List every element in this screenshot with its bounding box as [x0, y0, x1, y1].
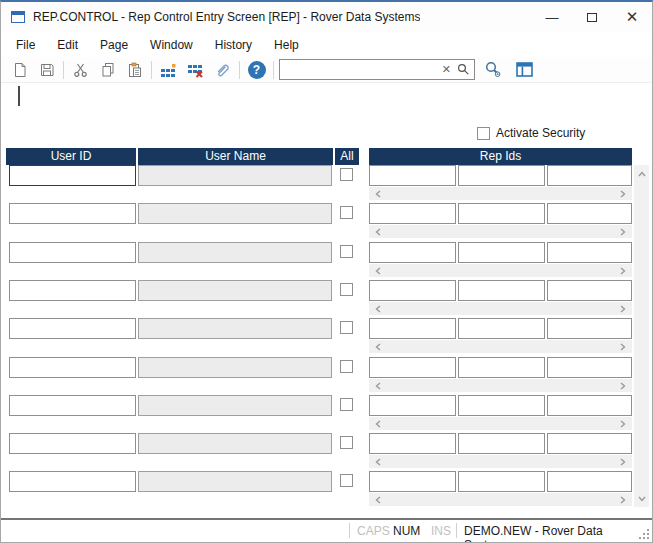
rep-ids-horizontal-scrollbar[interactable]	[369, 225, 632, 238]
all-checkbox[interactable]	[340, 398, 353, 411]
menu-file[interactable]: File	[5, 35, 46, 55]
rep-id-input-1[interactable]	[369, 203, 456, 224]
rep-ids-horizontal-scrollbar[interactable]	[369, 302, 632, 315]
scroll-left-icon[interactable]	[374, 342, 382, 352]
rep-id-input-2[interactable]	[458, 357, 545, 378]
search-clear-icon[interactable]: ✕	[442, 63, 451, 76]
rep-id-input-2[interactable]	[458, 165, 545, 186]
rep-id-input-3[interactable]	[547, 280, 632, 301]
rep-ids-horizontal-scrollbar[interactable]	[369, 455, 632, 468]
rep-id-input-3[interactable]	[547, 203, 632, 224]
scroll-left-icon[interactable]	[374, 457, 382, 467]
user-id-input[interactable]	[9, 395, 136, 416]
rep-id-input-1[interactable]	[369, 280, 456, 301]
minimize-button[interactable]: —	[532, 2, 572, 32]
scroll-right-icon[interactable]	[619, 227, 627, 237]
rep-id-input-2[interactable]	[458, 433, 545, 454]
copy-button[interactable]	[94, 58, 121, 81]
menu-window[interactable]: Window	[139, 35, 204, 55]
all-checkbox[interactable]	[340, 283, 353, 296]
rep-id-input-3[interactable]	[547, 395, 632, 416]
rep-ids-horizontal-scrollbar[interactable]	[369, 493, 632, 506]
rep-id-input-3[interactable]	[547, 165, 632, 186]
rep-id-input-1[interactable]	[369, 433, 456, 454]
rep-ids-horizontal-scrollbar[interactable]	[369, 417, 632, 430]
scroll-left-icon[interactable]	[374, 381, 382, 391]
rep-id-input-2[interactable]	[458, 242, 545, 263]
record-lookup-button[interactable]	[480, 58, 507, 81]
attachment-button[interactable]	[209, 58, 236, 81]
all-checkbox[interactable]	[340, 436, 353, 449]
scroll-right-icon[interactable]	[619, 189, 627, 199]
rep-ids-horizontal-scrollbar[interactable]	[369, 379, 632, 392]
rep-id-input-3[interactable]	[547, 318, 632, 339]
scroll-left-icon[interactable]	[374, 495, 382, 505]
menu-history[interactable]: History	[204, 35, 263, 55]
scroll-right-icon[interactable]	[619, 266, 627, 276]
scroll-right-icon[interactable]	[619, 342, 627, 352]
user-id-input[interactable]	[9, 318, 136, 339]
rep-id-input-1[interactable]	[369, 242, 456, 263]
rep-id-input-3[interactable]	[547, 242, 632, 263]
scroll-down-icon[interactable]	[634, 491, 649, 506]
user-id-input[interactable]	[9, 433, 136, 454]
insert-row-button[interactable]	[155, 58, 182, 81]
menu-page[interactable]: Page	[89, 35, 139, 55]
user-id-input[interactable]	[9, 471, 136, 492]
scroll-right-icon[interactable]	[619, 457, 627, 467]
cut-button[interactable]	[67, 58, 94, 81]
rep-ids-horizontal-scrollbar[interactable]	[369, 187, 632, 200]
resize-grip[interactable]	[639, 529, 650, 540]
all-checkbox[interactable]	[340, 245, 353, 258]
rep-id-input-1[interactable]	[369, 471, 456, 492]
scroll-left-icon[interactable]	[374, 189, 382, 199]
rep-id-input-1[interactable]	[369, 318, 456, 339]
menu-edit[interactable]: Edit	[46, 35, 89, 55]
scroll-right-icon[interactable]	[619, 419, 627, 429]
delete-row-button[interactable]	[182, 58, 209, 81]
rep-id-input-1[interactable]	[369, 357, 456, 378]
scroll-left-icon[interactable]	[374, 266, 382, 276]
rep-id-input-2[interactable]	[458, 395, 545, 416]
all-checkbox[interactable]	[340, 206, 353, 219]
rep-id-input-2[interactable]	[458, 471, 545, 492]
user-id-input[interactable]	[9, 280, 136, 301]
user-id-input[interactable]	[9, 165, 136, 186]
activate-security-checkbox[interactable]	[477, 127, 490, 140]
all-checkbox[interactable]	[340, 321, 353, 334]
save-button[interactable]	[33, 58, 60, 81]
all-checkbox[interactable]	[340, 474, 353, 487]
all-checkbox[interactable]	[340, 360, 353, 373]
maximize-button[interactable]	[572, 2, 612, 32]
menu-help[interactable]: Help	[263, 35, 310, 55]
rep-ids-horizontal-scrollbar[interactable]	[369, 264, 632, 277]
rep-id-input-2[interactable]	[458, 203, 545, 224]
vertical-scrollbar[interactable]	[634, 165, 649, 507]
scroll-left-icon[interactable]	[374, 227, 382, 237]
rep-id-input-1[interactable]	[369, 395, 456, 416]
scroll-right-icon[interactable]	[619, 495, 627, 505]
user-id-input[interactable]	[9, 203, 136, 224]
rep-ids-horizontal-scrollbar[interactable]	[369, 340, 632, 353]
scroll-left-icon[interactable]	[374, 304, 382, 314]
user-id-input[interactable]	[9, 357, 136, 378]
paste-button[interactable]	[121, 58, 148, 81]
rep-id-input-3[interactable]	[547, 433, 632, 454]
user-id-input[interactable]	[9, 242, 136, 263]
all-checkbox[interactable]	[340, 168, 353, 181]
scroll-right-icon[interactable]	[619, 304, 627, 314]
scroll-right-icon[interactable]	[619, 381, 627, 391]
rep-id-input-1[interactable]	[369, 165, 456, 186]
search-icon[interactable]	[457, 63, 470, 76]
scroll-up-icon[interactable]	[634, 166, 649, 181]
help-button[interactable]: ?	[243, 58, 270, 81]
grid-layout-button[interactable]	[511, 58, 538, 81]
search-input[interactable]	[284, 62, 442, 78]
rep-id-input-2[interactable]	[458, 280, 545, 301]
rep-id-input-2[interactable]	[458, 318, 545, 339]
scroll-left-icon[interactable]	[374, 419, 382, 429]
rep-id-input-3[interactable]	[547, 357, 632, 378]
new-document-button[interactable]	[6, 58, 33, 81]
close-button[interactable]: ✕	[612, 2, 652, 32]
rep-id-input-3[interactable]	[547, 471, 632, 492]
